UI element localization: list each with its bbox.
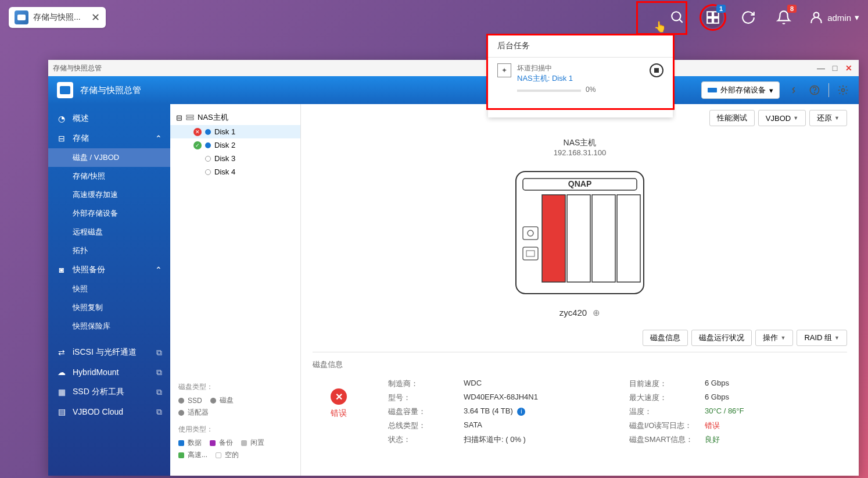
external-link-icon: ⧉ (156, 407, 162, 417)
storage-icon (57, 82, 73, 98)
tree-disk3[interactable]: Disk 3 (170, 152, 300, 165)
gear-icon[interactable] (836, 83, 850, 97)
smart-value: 良好 (705, 434, 720, 445)
sidebar-item-disk-vjbod[interactable]: 磁盘 / VJBOD (48, 148, 170, 167)
main-content: 性能测试 VJBOD▼ 还原▼ NAS主机 192.168.31.100 〈 〉… (301, 104, 859, 476)
chevron-down-icon: ▼ (834, 115, 840, 121)
chevron-down-icon: ▼ (834, 335, 840, 341)
window-titlebar-title: 存储与快照总管 (53, 63, 816, 73)
disk-info-button[interactable]: 磁盘信息 (643, 330, 688, 346)
sidebar-item-topology[interactable]: 拓扑 (48, 241, 170, 260)
search-icon[interactable] (667, 7, 688, 28)
sidebar-item-snapshot-vault[interactable]: 快照保险库 (48, 317, 170, 336)
taskbar-app[interactable]: 存储与快照... ✕ (9, 7, 106, 28)
storage-icon: ⊟ (56, 133, 67, 144)
sidebar-item-ssd-tool[interactable]: ▦ SSD 分析工具 ⧉ (48, 382, 170, 402)
empty-disk-icon (205, 156, 211, 162)
zoom-icon[interactable]: ⊕ (593, 308, 600, 318)
chevron-up-icon: ⌃ (155, 134, 162, 143)
settings-icon[interactable] (787, 83, 801, 97)
sidebar: ◔ 概述 ⊟ 存储 ⌃ 磁盘 / VJBOD 存储/快照 高速缓存加速 外部存储… (48, 104, 170, 476)
sidebar-item-vjbod-cloud[interactable]: ▤ VJBOD Cloud ⧉ (48, 402, 170, 422)
bg-task-header: 后台任务 (488, 35, 673, 58)
nas-ip: 192.168.31.100 (313, 148, 847, 157)
error-icon: ✕ (193, 128, 202, 136)
sidebar-item-ext-storage[interactable]: 外部存储设备 (48, 204, 170, 223)
svg-rect-12 (186, 118, 193, 120)
sidebar-item-iscsi[interactable]: ⇄ iSCSI 与光纤通道 ⧉ (48, 343, 170, 362)
tree-disk2[interactable]: ✓ Disk 2 (170, 138, 300, 152)
cloud-icon: ▤ (56, 406, 67, 417)
progress-pct: 0% (586, 85, 596, 94)
disk-icon (205, 129, 211, 135)
svg-rect-18 (592, 195, 615, 282)
tree-root-nas[interactable]: ⊟ NAS主机 (170, 110, 300, 125)
state-value: 扫描坏道中: ( 0% ) (464, 434, 526, 445)
external-link-icon: ⧉ (156, 368, 162, 377)
max-speed-value: 6 Gbps (705, 393, 729, 403)
vjbod-button[interactable]: VJBOD▼ (758, 110, 806, 126)
stop-button[interactable] (650, 63, 663, 77)
tree-disk4[interactable]: Disk 4 (170, 165, 300, 179)
ssd-icon: ▦ (56, 387, 67, 397)
svg-text:QNAP: QNAP (568, 179, 591, 188)
minimize-button[interactable]: — (816, 63, 826, 73)
disk-status-button[interactable]: 磁盘运行状况 (691, 330, 752, 346)
tree-disk1[interactable]: ✕ Disk 1 (170, 125, 300, 138)
sync-icon[interactable] (738, 7, 759, 28)
model-value: WD40EFAX-68JH4N1 (464, 393, 538, 403)
close-button[interactable]: ✕ (844, 63, 854, 73)
status-text: 错误 (313, 408, 365, 419)
io-log-value: 错误 (705, 420, 720, 431)
raid-group-button[interactable]: RAID 组▼ (797, 330, 847, 346)
error-icon: ✕ (331, 388, 347, 405)
sidebar-item-storage-snapshot[interactable]: 存储/快照 (48, 167, 170, 186)
chevron-down-icon: ▾ (769, 86, 773, 95)
chevron-up-icon: ⌃ (155, 265, 162, 274)
sidebar-item-overview[interactable]: ◔ 概述 (48, 109, 170, 129)
disk-icon (205, 142, 211, 148)
task-target: NAS主机: Disk 1 (517, 73, 644, 84)
username: admin (827, 13, 851, 23)
nas-title: NAS主机 (313, 138, 847, 148)
dashboard-badge: 1 (716, 5, 726, 13)
disk-tree-panel: ⊟ NAS主机 ✕ Disk 1 ✓ Disk 2 Disk 3 (170, 104, 301, 476)
restore-button[interactable]: 还原▼ (809, 110, 847, 126)
bg-task-item[interactable]: ✦ 坏道扫描中 NAS主机: Disk 1 0% (488, 58, 673, 100)
close-icon[interactable]: ✕ (91, 11, 100, 24)
svg-point-6 (814, 12, 819, 17)
maximize-button[interactable]: □ (830, 63, 840, 73)
external-link-icon: ⧉ (156, 387, 162, 397)
chevron-down-icon: ▼ (780, 335, 785, 341)
external-storage-button[interactable]: 外部存储设备 ▾ (701, 81, 780, 99)
sidebar-item-remote-disk[interactable]: 远程磁盘 (48, 223, 170, 241)
perf-test-button[interactable]: 性能测试 (709, 110, 755, 126)
notification-badge: 8 (787, 5, 797, 13)
task-type: 坏道扫描中 (517, 63, 644, 73)
bus-value: SATA (464, 420, 482, 431)
help-icon[interactable] (808, 83, 822, 97)
disk-info-title: 磁盘信息 (313, 359, 847, 370)
sidebar-item-cache[interactable]: 高速缓存加速 (48, 186, 170, 204)
sidebar-item-hybridmount[interactable]: ☁ HybridMount ⧉ (48, 362, 170, 382)
app-title: 存储与快照... (33, 12, 81, 23)
user-menu[interactable]: admin ▾ (809, 10, 859, 25)
notification-icon[interactable]: 8 (773, 7, 794, 28)
cloud-icon: ☁ (56, 367, 67, 377)
progress-bar (517, 90, 581, 92)
sidebar-item-storage[interactable]: ⊟ 存储 ⌃ (48, 129, 170, 148)
cur-speed-value: 6 Gbps (705, 379, 729, 389)
svg-rect-11 (186, 115, 193, 117)
info-icon[interactable]: i (517, 408, 525, 416)
sidebar-item-snapshot[interactable]: 快照 (48, 280, 170, 298)
temp-value: 30°C / 86°F (705, 406, 744, 417)
svg-rect-7 (708, 88, 717, 92)
operation-button[interactable]: 操作▼ (755, 330, 793, 346)
ok-icon: ✓ (193, 141, 202, 149)
camera-icon: ◙ (56, 265, 67, 275)
chevron-down-icon: ▾ (855, 12, 859, 23)
sidebar-item-snapshot-backup[interactable]: ◙ 快照备份 ⌃ (48, 260, 170, 280)
dashboard-icon[interactable]: 1 (702, 7, 723, 28)
svg-rect-17 (567, 195, 590, 282)
sidebar-item-snapshot-copy[interactable]: 快照复制 (48, 298, 170, 317)
